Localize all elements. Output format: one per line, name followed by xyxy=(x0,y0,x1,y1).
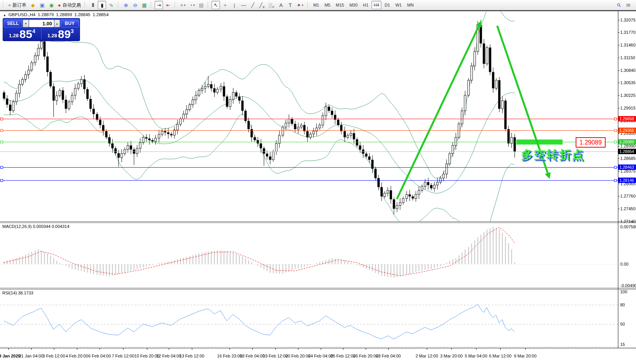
fibonacci-icon: ▒ xyxy=(269,3,272,8)
timeframe-mn-button[interactable]: MN xyxy=(405,1,416,9)
horizontal-level-line[interactable] xyxy=(0,180,618,181)
date-label: 19 Feb 12:00 xyxy=(263,354,288,358)
date-label: 3 Feb 12:00 xyxy=(43,354,65,358)
price-tick xyxy=(618,196,619,196)
sell-price[interactable]: 1.28854 xyxy=(3,28,41,41)
symbol-period: GBPUSD-,H4 xyxy=(8,12,35,17)
horizontal-level-line[interactable] xyxy=(0,167,618,168)
pane-splitter-macd[interactable] xyxy=(0,221,636,223)
toolbar-group-handle xyxy=(151,2,153,8)
pane-splitter-rsi[interactable] xyxy=(0,288,636,289)
fibonacci-button[interactable]: ▒F xyxy=(267,1,276,9)
line-handle[interactable] xyxy=(0,141,3,143)
trendline-button[interactable]: ╱ xyxy=(248,1,257,9)
chat-button[interactable]: ✉ xyxy=(624,1,633,9)
search-button[interactable]: ⚲ xyxy=(615,1,623,9)
support-zone-rectangle[interactable] xyxy=(516,140,563,145)
templates-button[interactable]: ▤ xyxy=(197,1,205,9)
volume-input[interactable] xyxy=(29,20,54,27)
equidistant-channel-button[interactable]: ╱E xyxy=(258,1,266,9)
volume-decrease-button[interactable]: ▾ xyxy=(23,20,28,27)
collapse-icon[interactable]: ▲ xyxy=(3,13,6,17)
indicators-button[interactable]: +▾ xyxy=(178,1,187,9)
chart-canvas[interactable] xyxy=(0,10,636,364)
line-handle[interactable] xyxy=(614,129,617,132)
cn-annotation-text[interactable]: 多空转折点 xyxy=(521,147,584,163)
toolbar-group-handle xyxy=(85,2,87,8)
tile-windows-icon: ▦ xyxy=(142,3,147,8)
expert-advisors-icon: ▣ xyxy=(40,3,44,8)
price-tick xyxy=(618,58,619,58)
timeframe-m15-button[interactable]: M15 xyxy=(333,1,346,9)
expert-advisors-button[interactable]: ▣ xyxy=(38,1,47,9)
tile-windows-button[interactable]: ▦ xyxy=(140,1,148,9)
zoom-in-button[interactable]: ⊕ xyxy=(122,1,130,9)
date-tick xyxy=(366,348,366,350)
horizontal-level-line[interactable] xyxy=(0,130,618,131)
candlestick-chart-button[interactable]: ▮ xyxy=(98,1,106,9)
horizontal-line-button[interactable]: — xyxy=(239,1,248,9)
line-handle[interactable] xyxy=(614,179,617,182)
text-label-button[interactable]: T xyxy=(286,1,295,9)
buy-button[interactable]: BUY xyxy=(61,20,79,27)
chart-shift-button[interactable]: ⇤ xyxy=(164,1,172,9)
text-button[interactable]: A xyxy=(277,1,285,9)
timeframe-w1-button[interactable]: W1 xyxy=(393,1,404,9)
zoom-out-button[interactable]: ⊖ xyxy=(131,1,139,9)
line-handle[interactable] xyxy=(0,118,3,120)
window-top-edge xyxy=(0,10,636,11)
buy-price-sup: 3 xyxy=(71,28,74,34)
new-order-icon: + xyxy=(8,3,11,8)
cursor-icon: ↖ xyxy=(214,3,218,8)
autotrading-button[interactable]: ●自动交易 xyxy=(57,1,83,9)
date-label: 10 Feb 20:00 xyxy=(135,354,160,358)
autotrading-icon: ● xyxy=(58,3,61,8)
line-chart-button[interactable]: ∿ xyxy=(107,1,115,9)
date-tick xyxy=(77,348,77,350)
signals-button[interactable]: ◉ xyxy=(47,1,56,9)
timeframe-h1-button[interactable]: H1 xyxy=(361,1,371,9)
date-label: 29 Jan 2020 xyxy=(0,354,20,358)
arrows-button[interactable]: ✦▾ xyxy=(295,1,305,9)
buy-price[interactable]: 1.28893 xyxy=(42,28,80,41)
date-tick xyxy=(54,348,54,350)
zoom-out-icon: ⊖ xyxy=(133,3,137,8)
bar-chart-button[interactable]: ||| xyxy=(88,1,97,9)
new-order-button[interactable]: +新订单 xyxy=(7,1,28,9)
auto-scroll-button[interactable]: ⇥ xyxy=(155,1,163,9)
timeframe-h4-button[interactable]: H4 xyxy=(371,1,381,9)
line-handle[interactable] xyxy=(0,129,3,132)
price-badge: 1.28854 xyxy=(618,149,636,154)
line-handle[interactable] xyxy=(614,118,617,120)
timeframe-m30-button[interactable]: M30 xyxy=(347,1,360,9)
zoom-in-icon: ⊕ xyxy=(124,3,128,8)
periods-button[interactable]: ◔▾ xyxy=(188,1,196,9)
line-handle[interactable] xyxy=(614,141,617,143)
line-handle[interactable] xyxy=(614,166,617,169)
price-badge: 1.29089 xyxy=(618,139,636,145)
periods-icon: ◔ xyxy=(190,3,193,8)
cursor-button[interactable]: ↖ xyxy=(211,1,220,9)
date-tick xyxy=(427,348,427,350)
equidistant-channel-icon: ╱ xyxy=(259,3,262,8)
line-handle[interactable] xyxy=(0,166,3,169)
timeframe-m1-button[interactable]: M1 xyxy=(311,1,321,9)
toolbar-group-handle xyxy=(307,2,309,8)
horizontal-level-line[interactable] xyxy=(0,119,618,119)
timeframe-d1-button[interactable]: D1 xyxy=(382,1,392,9)
history-center-button[interactable]: ◆ xyxy=(29,1,37,9)
trade-panel-prices: 1.28854 1.28893 xyxy=(3,28,80,41)
sell-price-big: 85 xyxy=(20,29,32,40)
date-label: 25 Feb 12:00 xyxy=(331,354,356,358)
price-tick xyxy=(618,158,619,159)
timeframe-m5-button[interactable]: M5 xyxy=(322,1,333,9)
vertical-line-button[interactable]: | xyxy=(230,1,238,9)
date-tick xyxy=(100,348,100,350)
date-tick xyxy=(192,348,192,350)
date-label: 28 Feb 04:00 xyxy=(376,354,401,358)
sell-button[interactable]: SELL xyxy=(4,20,22,27)
crosshair-button[interactable]: + xyxy=(221,1,229,9)
price-callout-box[interactable]: 1.29089 xyxy=(576,137,606,148)
line-handle[interactable] xyxy=(0,179,3,182)
volume-increase-button[interactable]: ▴ xyxy=(54,20,60,27)
